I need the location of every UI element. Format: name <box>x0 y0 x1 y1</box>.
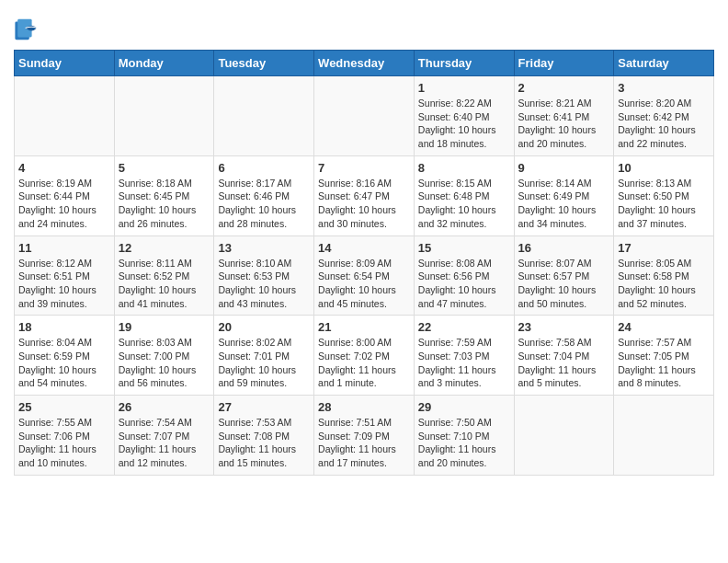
calendar-week-row: 4Sunrise: 8:19 AM Sunset: 6:44 PM Daylig… <box>15 155 714 236</box>
weekday-header-friday: Friday <box>514 51 614 76</box>
calendar-cell: 9Sunrise: 8:14 AM Sunset: 6:49 PM Daylig… <box>514 155 614 236</box>
day-info: Sunrise: 8:21 AM Sunset: 6:41 PM Dayligh… <box>518 97 610 151</box>
day-number: 12 <box>119 241 210 255</box>
day-number: 25 <box>18 400 110 414</box>
calendar-cell: 21Sunrise: 8:00 AM Sunset: 7:02 PM Dayli… <box>314 316 415 396</box>
calendar-cell: 20Sunrise: 8:02 AM Sunset: 7:01 PM Dayli… <box>214 316 314 396</box>
day-number: 28 <box>318 400 410 414</box>
calendar-cell: 8Sunrise: 8:15 AM Sunset: 6:48 PM Daylig… <box>414 155 514 236</box>
day-info: Sunrise: 7:59 AM Sunset: 7:03 PM Dayligh… <box>418 336 510 390</box>
day-info: Sunrise: 7:54 AM Sunset: 7:07 PM Dayligh… <box>119 416 210 470</box>
calendar-cell: 27Sunrise: 7:53 AM Sunset: 7:08 PM Dayli… <box>214 396 314 476</box>
calendar-cell: 19Sunrise: 8:03 AM Sunset: 7:00 PM Dayli… <box>114 316 214 396</box>
day-info: Sunrise: 8:09 AM Sunset: 6:54 PM Dayligh… <box>318 257 410 311</box>
logo <box>14 17 41 42</box>
weekday-header-tuesday: Tuesday <box>214 51 314 76</box>
day-number: 24 <box>618 320 710 334</box>
day-number: 20 <box>218 320 310 334</box>
calendar-week-row: 25Sunrise: 7:55 AM Sunset: 7:06 PM Dayli… <box>15 396 714 476</box>
calendar-cell: 18Sunrise: 8:04 AM Sunset: 6:59 PM Dayli… <box>15 316 115 396</box>
calendar-cell: 7Sunrise: 8:16 AM Sunset: 6:47 PM Daylig… <box>314 155 415 236</box>
day-info: Sunrise: 7:58 AM Sunset: 7:04 PM Dayligh… <box>518 336 610 390</box>
calendar-cell: 4Sunrise: 8:19 AM Sunset: 6:44 PM Daylig… <box>15 155 115 236</box>
day-number: 3 <box>618 81 710 95</box>
day-info: Sunrise: 8:08 AM Sunset: 6:56 PM Dayligh… <box>418 257 510 311</box>
weekday-header-saturday: Saturday <box>614 51 714 76</box>
day-number: 1 <box>418 81 510 95</box>
calendar-week-row: 11Sunrise: 8:12 AM Sunset: 6:51 PM Dayli… <box>15 236 714 316</box>
calendar-cell: 10Sunrise: 8:13 AM Sunset: 6:50 PM Dayli… <box>614 155 714 236</box>
calendar-cell: 15Sunrise: 8:08 AM Sunset: 6:56 PM Dayli… <box>414 236 514 316</box>
day-number: 2 <box>518 81 610 95</box>
calendar-cell: 1Sunrise: 8:22 AM Sunset: 6:40 PM Daylig… <box>414 76 514 156</box>
day-info: Sunrise: 8:18 AM Sunset: 6:45 PM Dayligh… <box>119 177 210 231</box>
calendar-cell: 25Sunrise: 7:55 AM Sunset: 7:06 PM Dayli… <box>15 396 115 476</box>
calendar-cell <box>514 396 614 476</box>
day-info: Sunrise: 8:14 AM Sunset: 6:49 PM Dayligh… <box>518 177 610 231</box>
weekday-header-monday: Monday <box>114 51 214 76</box>
day-info: Sunrise: 8:00 AM Sunset: 7:02 PM Dayligh… <box>318 336 410 390</box>
calendar-cell: 24Sunrise: 7:57 AM Sunset: 7:05 PM Dayli… <box>614 316 714 396</box>
day-number: 22 <box>418 320 510 334</box>
calendar-cell: 14Sunrise: 8:09 AM Sunset: 6:54 PM Dayli… <box>314 236 415 316</box>
day-number: 11 <box>18 241 110 255</box>
calendar-cell <box>114 76 214 156</box>
calendar-cell: 17Sunrise: 8:05 AM Sunset: 6:58 PM Dayli… <box>614 236 714 316</box>
day-number: 23 <box>518 320 610 334</box>
day-number: 9 <box>518 161 610 175</box>
calendar-table: SundayMondayTuesdayWednesdayThursdayFrid… <box>14 50 714 476</box>
day-number: 29 <box>418 400 510 414</box>
day-number: 14 <box>318 241 410 255</box>
day-number: 18 <box>18 320 110 334</box>
day-number: 19 <box>119 320 210 334</box>
day-number: 10 <box>618 161 710 175</box>
calendar-cell: 2Sunrise: 8:21 AM Sunset: 6:41 PM Daylig… <box>514 76 614 156</box>
day-info: Sunrise: 8:13 AM Sunset: 6:50 PM Dayligh… <box>618 177 710 231</box>
weekday-header-wednesday: Wednesday <box>314 51 415 76</box>
day-info: Sunrise: 8:11 AM Sunset: 6:52 PM Dayligh… <box>119 257 210 311</box>
day-info: Sunrise: 8:10 AM Sunset: 6:53 PM Dayligh… <box>218 257 310 311</box>
calendar-cell: 12Sunrise: 8:11 AM Sunset: 6:52 PM Dayli… <box>114 236 214 316</box>
day-number: 17 <box>618 241 710 255</box>
day-info: Sunrise: 8:16 AM Sunset: 6:47 PM Dayligh… <box>318 177 410 231</box>
day-number: 7 <box>318 161 410 175</box>
calendar-cell: 22Sunrise: 7:59 AM Sunset: 7:03 PM Dayli… <box>414 316 514 396</box>
weekday-header-sunday: Sunday <box>15 51 115 76</box>
day-info: Sunrise: 7:53 AM Sunset: 7:08 PM Dayligh… <box>218 416 310 470</box>
day-number: 6 <box>218 161 310 175</box>
day-info: Sunrise: 8:12 AM Sunset: 6:51 PM Dayligh… <box>18 257 110 311</box>
calendar-cell <box>314 76 415 156</box>
day-info: Sunrise: 7:57 AM Sunset: 7:05 PM Dayligh… <box>618 336 710 390</box>
day-number: 13 <box>218 241 310 255</box>
day-number: 4 <box>18 161 110 175</box>
day-number: 5 <box>119 161 210 175</box>
calendar-cell: 13Sunrise: 8:10 AM Sunset: 6:53 PM Dayli… <box>214 236 314 316</box>
day-number: 8 <box>418 161 510 175</box>
calendar-cell <box>214 76 314 156</box>
calendar-cell: 23Sunrise: 7:58 AM Sunset: 7:04 PM Dayli… <box>514 316 614 396</box>
day-info: Sunrise: 7:55 AM Sunset: 7:06 PM Dayligh… <box>18 416 110 470</box>
header <box>14 9 714 42</box>
logo-icon <box>14 17 40 42</box>
day-info: Sunrise: 8:04 AM Sunset: 6:59 PM Dayligh… <box>18 336 110 390</box>
weekday-header-row: SundayMondayTuesdayWednesdayThursdayFrid… <box>15 51 714 76</box>
calendar-week-row: 18Sunrise: 8:04 AM Sunset: 6:59 PM Dayli… <box>15 316 714 396</box>
calendar-cell: 6Sunrise: 8:17 AM Sunset: 6:46 PM Daylig… <box>214 155 314 236</box>
day-info: Sunrise: 8:17 AM Sunset: 6:46 PM Dayligh… <box>218 177 310 231</box>
calendar-cell: 3Sunrise: 8:20 AM Sunset: 6:42 PM Daylig… <box>614 76 714 156</box>
calendar-cell <box>15 76 115 156</box>
calendar-cell <box>614 396 714 476</box>
calendar-week-row: 1Sunrise: 8:22 AM Sunset: 6:40 PM Daylig… <box>15 76 714 156</box>
day-number: 26 <box>119 400 210 414</box>
calendar-cell: 28Sunrise: 7:51 AM Sunset: 7:09 PM Dayli… <box>314 396 415 476</box>
day-info: Sunrise: 8:05 AM Sunset: 6:58 PM Dayligh… <box>618 257 710 311</box>
day-info: Sunrise: 8:19 AM Sunset: 6:44 PM Dayligh… <box>18 177 110 231</box>
day-info: Sunrise: 7:50 AM Sunset: 7:10 PM Dayligh… <box>418 416 510 470</box>
calendar-cell: 16Sunrise: 8:07 AM Sunset: 6:57 PM Dayli… <box>514 236 614 316</box>
day-info: Sunrise: 8:15 AM Sunset: 6:48 PM Dayligh… <box>418 177 510 231</box>
day-info: Sunrise: 8:03 AM Sunset: 7:00 PM Dayligh… <box>119 336 210 390</box>
day-number: 16 <box>518 241 610 255</box>
calendar-cell: 5Sunrise: 8:18 AM Sunset: 6:45 PM Daylig… <box>114 155 214 236</box>
day-info: Sunrise: 8:20 AM Sunset: 6:42 PM Dayligh… <box>618 97 710 151</box>
day-number: 15 <box>418 241 510 255</box>
